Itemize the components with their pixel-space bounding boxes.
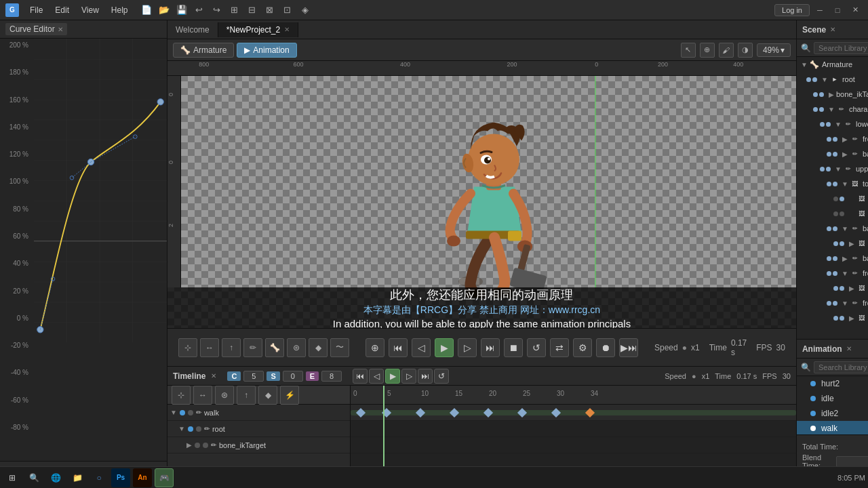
- tree-item-fronthandp2[interactable]: ▼ ✏ fronthandp2: [797, 296, 868, 310]
- lowerbody-expand[interactable]: ▼: [833, 121, 843, 128]
- scene-search-input[interactable]: [814, 42, 868, 54]
- start-frame-input[interactable]: [283, 371, 303, 382]
- armature-expand[interactable]: ▼: [800, 61, 809, 68]
- anim-hurt2[interactable]: hurt2: [797, 376, 868, 391]
- tl-first-button[interactable]: ⏮: [353, 369, 368, 384]
- curve-graph[interactable]: [34, 39, 167, 342]
- tl-tool-1[interactable]: ⊹: [172, 386, 191, 405]
- taskbar-animate[interactable]: An: [133, 468, 152, 487]
- tree-item-frontleg[interactable]: ▶ ✏ frontlegp1: [797, 131, 868, 146]
- track-ik-expand[interactable]: ▶: [186, 441, 192, 449]
- tab-project[interactable]: *NewProject_2 ✕: [218, 22, 298, 37]
- tl-loop-button[interactable]: ↺: [434, 369, 449, 384]
- close-button[interactable]: ✕: [848, 3, 863, 18]
- tree-item-backhandp2[interactable]: ▶ ✏ backhandp2: [797, 251, 868, 266]
- fronthandp1-expand[interactable]: ▼: [840, 270, 850, 277]
- menu-help[interactable]: Help: [106, 4, 134, 16]
- next-key-button[interactable]: ▷: [458, 338, 477, 357]
- back-hand-expand[interactable]: ▶: [847, 240, 856, 247]
- taskbar-search[interactable]: 🔍: [24, 468, 43, 487]
- tree-item-back-hand-p1[interactable]: ▶ 🖼 back_hand_p1: [797, 236, 868, 251]
- tree-item-fronthandp1[interactable]: ▼ ✏ fronthandp1: [797, 266, 868, 281]
- track-walk-expand[interactable]: ▼: [170, 409, 177, 416]
- prev-frame-button[interactable]: ⏮: [389, 338, 408, 357]
- tab-project-close[interactable]: ✕: [284, 26, 290, 33]
- tree-item-lowerbody[interactable]: ▼ ✏ lowerbody: [797, 117, 868, 131]
- torso-folder-expand[interactable]: ▼: [840, 180, 850, 188]
- new-file-icon[interactable]: 📄: [139, 3, 154, 18]
- tool-icon-2[interactable]: ⊟: [245, 3, 260, 18]
- zoom-display[interactable]: 49% ▾: [757, 43, 791, 57]
- tool-icon-1[interactable]: ⊞: [227, 3, 242, 18]
- tree-item-backhandp1[interactable]: ▼ ✏ backhandp1: [797, 221, 868, 236]
- backhandp2-expand[interactable]: ▶: [840, 255, 850, 262]
- tab-welcome[interactable]: Welcome: [167, 22, 218, 37]
- add-key-button[interactable]: ⊕: [366, 338, 384, 357]
- play-button[interactable]: ▶: [435, 338, 454, 357]
- tl-play-button[interactable]: ▶: [385, 369, 400, 384]
- end-frame-input[interactable]: [321, 371, 342, 382]
- fronthandp2-expand[interactable]: ▼: [840, 300, 850, 307]
- menu-file[interactable]: File: [24, 4, 48, 16]
- minimize-button[interactable]: ─: [812, 3, 827, 18]
- weight-tool[interactable]: ⊛: [287, 338, 306, 357]
- tool-icon-5[interactable]: ◈: [298, 3, 313, 18]
- upperbody-expand[interactable]: ▼: [833, 165, 843, 173]
- track-root-vis[interactable]: [188, 426, 193, 432]
- track-walk-vis[interactable]: [180, 410, 185, 415]
- edit-tool[interactable]: ✏: [243, 338, 262, 357]
- anim-search-input[interactable]: [814, 361, 868, 373]
- tree-item-upperbody[interactable]: ▼ ✏ upperbody: [797, 161, 868, 176]
- character-expand[interactable]: ▼: [827, 106, 836, 113]
- tool-icon-3[interactable]: ⊠: [262, 3, 277, 18]
- tree-item-front-hand-p2[interactable]: ▶ 🖼 front_hand_p2: [797, 310, 868, 325]
- tl-tool-3[interactable]: ⊛: [215, 386, 234, 405]
- anim-walk[interactable]: walk: [797, 421, 868, 434]
- redo-icon[interactable]: ↪: [210, 3, 224, 18]
- stop-button[interactable]: ⏹: [504, 338, 523, 357]
- track-ik-vis[interactable]: [195, 443, 200, 448]
- tl-prev-button[interactable]: ◁: [369, 369, 384, 384]
- taskbar-edge[interactable]: 🌐: [46, 468, 65, 487]
- blend-time-input[interactable]: [836, 456, 868, 467]
- frame-input[interactable]: [243, 371, 264, 382]
- taskbar-active-app[interactable]: 🎮: [155, 468, 174, 487]
- tl-tool-5[interactable]: ◆: [258, 386, 277, 405]
- undo-icon[interactable]: ↩: [192, 3, 207, 18]
- path-tool[interactable]: 〜: [330, 338, 349, 357]
- settings-button[interactable]: ⚙: [573, 338, 592, 357]
- taskbar-windows[interactable]: ⊞: [3, 468, 22, 487]
- front-hand-p2-expand[interactable]: ▶: [847, 314, 856, 322]
- tl-tool-4[interactable]: ↑: [237, 386, 256, 405]
- record-button[interactable]: ⏺: [596, 338, 615, 357]
- tree-item-torso-folder[interactable]: ▼ 🖼 torso: [797, 176, 868, 191]
- tl-tool-2[interactable]: ↔: [193, 386, 212, 405]
- login-button[interactable]: Log in: [774, 4, 810, 16]
- ik-tool[interactable]: ↑: [222, 338, 241, 357]
- animation-mode-button[interactable]: ▶ Animation: [237, 43, 296, 58]
- loop-button[interactable]: ↺: [527, 338, 546, 357]
- bone-create-tool[interactable]: 🦴: [265, 338, 284, 357]
- curve-editor-close[interactable]: ✕: [58, 26, 63, 33]
- key-tool[interactable]: ◆: [309, 338, 328, 357]
- move-tool[interactable]: ⊹: [178, 338, 197, 357]
- cursor-tool[interactable]: ↖: [681, 43, 696, 58]
- maximize-button[interactable]: □: [830, 3, 845, 18]
- tree-item-backleg[interactable]: ▶ ✏ backlegp1: [797, 146, 868, 161]
- tool-icon-4[interactable]: ⊡: [280, 3, 295, 18]
- menu-view[interactable]: View: [76, 4, 104, 16]
- bone-ik-expand[interactable]: ▶: [827, 91, 836, 98]
- track-ik-vis2[interactable]: [203, 443, 208, 448]
- track-walk-vis2[interactable]: [188, 410, 193, 415]
- tl-next-button[interactable]: ▷: [401, 369, 416, 384]
- tree-item-bone-ik[interactable]: ▶ bone_ikTarget: [797, 87, 868, 102]
- tl-tool-6[interactable]: ⚡: [280, 386, 299, 405]
- curve-editor-tab[interactable]: Curve Editor ✕: [5, 23, 67, 35]
- tree-item-armature[interactable]: ▼ 🦴 Armature: [797, 57, 868, 72]
- taskbar-explorer[interactable]: 📁: [68, 468, 87, 487]
- frontleg-expand[interactable]: ▶: [840, 136, 850, 143]
- backhandp1-expand[interactable]: ▼: [840, 225, 850, 232]
- root-expand[interactable]: ▼: [820, 76, 829, 83]
- tree-item-root[interactable]: ▼ ► root: [797, 72, 868, 87]
- taskbar-chrome[interactable]: ○: [90, 468, 108, 487]
